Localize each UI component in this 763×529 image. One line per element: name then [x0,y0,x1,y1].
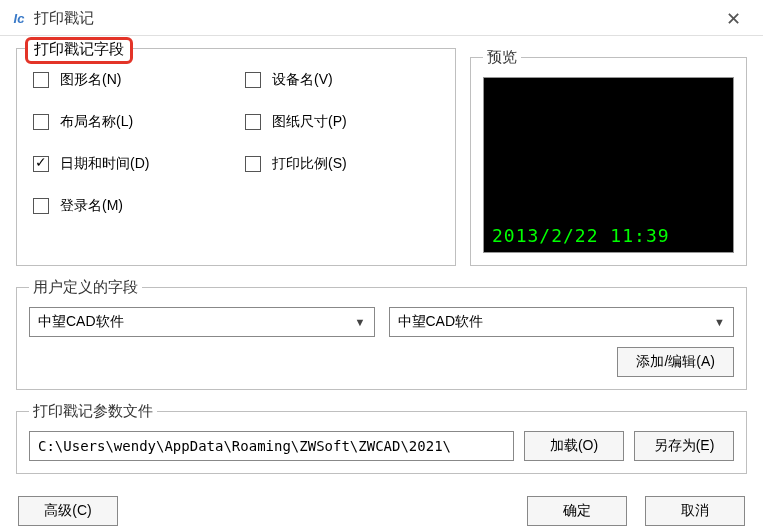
checkbox-input[interactable] [33,156,49,172]
preview-stamp-text: 2013/2/22 11:39 [492,225,670,246]
param-file-legend: 打印戳记参数文件 [29,402,157,421]
preview-group: 预览 2013/2/22 11:39 [470,48,747,266]
dialog-content: 打印戳记字段 图形名(N)设备名(V)布局名称(L)图纸尺寸(P)日期和时间(D… [0,36,763,529]
preview-legend: 预览 [483,48,521,67]
param-file-path-input[interactable] [29,431,514,461]
stamp-field-checkbox[interactable]: 设备名(V) [241,69,443,91]
checkbox-input[interactable] [245,156,261,172]
user-field-combo-2-value: 中望CAD软件 [398,313,484,331]
param-file-group: 打印戳记参数文件 加载(O) 另存为(E) [16,402,747,474]
stamp-fields-group: 打印戳记字段 图形名(N)设备名(V)布局名称(L)图纸尺寸(P)日期和时间(D… [16,48,456,266]
ok-button[interactable]: 确定 [527,496,627,526]
titlebar: Ic 打印戳记 ✕ [0,0,763,36]
user-field-combo-1-value: 中望CAD软件 [38,313,124,331]
checkbox-label: 图形名(N) [60,71,121,89]
checkbox-label: 登录名(M) [60,197,123,215]
user-field-combo-2[interactable]: 中望CAD软件 ▼ [389,307,735,337]
checkbox-label: 日期和时间(D) [60,155,149,173]
window-title: 打印戳记 [34,9,713,28]
checkbox-label: 布局名称(L) [60,113,133,131]
close-icon[interactable]: ✕ [713,5,753,33]
cancel-button[interactable]: 取消 [645,496,745,526]
checkbox-label: 图纸尺寸(P) [272,113,347,131]
checkbox-label: 设备名(V) [272,71,333,89]
stamp-fields-legend: 打印戳记字段 [25,37,133,64]
checkbox-input[interactable] [245,114,261,130]
chevron-down-icon: ▼ [714,316,725,328]
checkbox-input[interactable] [33,198,49,214]
checkbox-input[interactable] [33,114,49,130]
stamp-field-checkbox[interactable]: 日期和时间(D) [29,153,231,175]
chevron-down-icon: ▼ [355,316,366,328]
checkbox-input[interactable] [33,72,49,88]
stamp-field-checkbox[interactable]: 图形名(N) [29,69,231,91]
stamp-field-checkbox[interactable]: 图纸尺寸(P) [241,111,443,133]
advanced-button[interactable]: 高级(C) [18,496,118,526]
stamp-field-checkbox[interactable]: 布局名称(L) [29,111,231,133]
user-field-combo-1[interactable]: 中望CAD软件 ▼ [29,307,375,337]
stamp-field-checkbox[interactable]: 登录名(M) [29,195,231,217]
save-as-button[interactable]: 另存为(E) [634,431,734,461]
preview-screen: 2013/2/22 11:39 [483,77,734,253]
user-defined-group: 用户定义的字段 中望CAD软件 ▼ 中望CAD软件 ▼ 添加/编辑(A) [16,278,747,390]
stamp-field-checkbox[interactable]: 打印比例(S) [241,153,443,175]
load-button[interactable]: 加载(O) [524,431,624,461]
user-defined-legend: 用户定义的字段 [29,278,142,297]
checkbox-input[interactable] [245,72,261,88]
checkbox-label: 打印比例(S) [272,155,347,173]
add-edit-button[interactable]: 添加/编辑(A) [617,347,734,377]
app-icon: Ic [10,10,28,28]
